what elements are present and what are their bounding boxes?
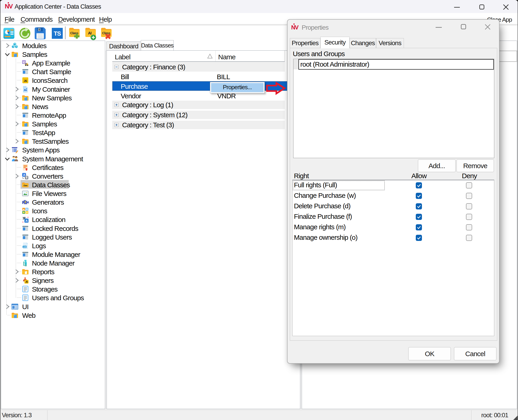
svg-text:TS: TS xyxy=(54,30,61,37)
svg-text:AI: AI xyxy=(88,31,91,35)
